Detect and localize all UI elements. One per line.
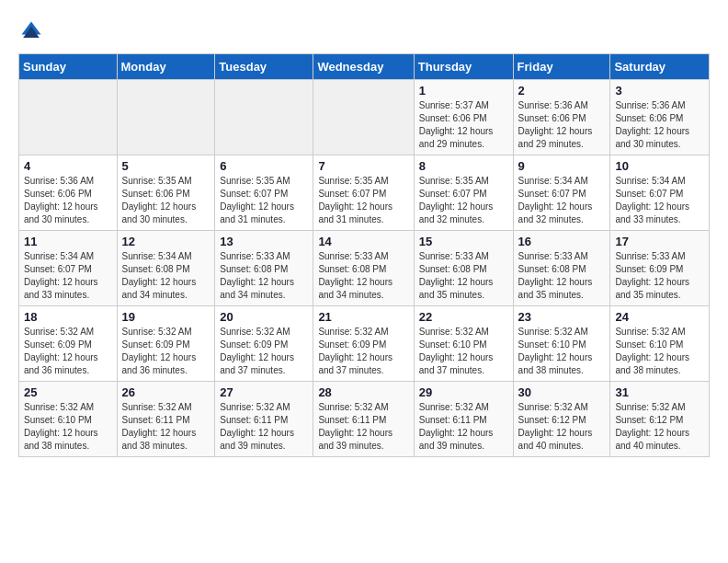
day-info: Sunrise: 5:32 AM Sunset: 6:12 PM Dayligh… (518, 401, 606, 453)
day-number: 16 (518, 235, 606, 248)
day-info: Sunrise: 5:34 AM Sunset: 6:07 PM Dayligh… (518, 175, 606, 226)
day-number: 5 (122, 159, 210, 173)
day-number: 17 (615, 235, 704, 248)
calendar-week-row: 1Sunrise: 5:37 AM Sunset: 6:06 PM Daylig… (19, 80, 710, 155)
calendar-cell: 10Sunrise: 5:34 AM Sunset: 6:07 PM Dayli… (610, 155, 710, 231)
page-header (18, 18, 710, 44)
day-info: Sunrise: 5:32 AM Sunset: 6:09 PM Dayligh… (220, 326, 308, 377)
calendar-cell: 19Sunrise: 5:32 AM Sunset: 6:09 PM Dayli… (117, 306, 215, 382)
day-number: 25 (24, 385, 112, 399)
calendar-cell: 21Sunrise: 5:32 AM Sunset: 6:09 PM Dayli… (313, 306, 414, 382)
day-number: 27 (220, 385, 308, 399)
day-number: 9 (518, 159, 606, 173)
day-info: Sunrise: 5:32 AM Sunset: 6:09 PM Dayligh… (24, 326, 112, 377)
calendar-week-row: 11Sunrise: 5:34 AM Sunset: 6:07 PM Dayli… (19, 231, 710, 306)
day-info: Sunrise: 5:33 AM Sunset: 6:08 PM Dayligh… (220, 250, 308, 302)
day-number: 26 (122, 385, 210, 399)
day-info: Sunrise: 5:35 AM Sunset: 6:07 PM Dayligh… (220, 175, 308, 226)
day-info: Sunrise: 5:34 AM Sunset: 6:08 PM Dayligh… (122, 250, 210, 302)
day-number: 29 (419, 385, 508, 399)
calendar-cell: 20Sunrise: 5:32 AM Sunset: 6:09 PM Dayli… (215, 306, 313, 382)
calendar-cell: 11Sunrise: 5:34 AM Sunset: 6:07 PM Dayli… (19, 231, 118, 306)
day-info: Sunrise: 5:32 AM Sunset: 6:10 PM Dayligh… (518, 326, 606, 377)
calendar-cell: 9Sunrise: 5:34 AM Sunset: 6:07 PM Daylig… (513, 155, 610, 231)
day-number: 18 (24, 310, 112, 324)
day-of-week-header: Wednesday (313, 54, 414, 80)
calendar-cell: 17Sunrise: 5:33 AM Sunset: 6:09 PM Dayli… (610, 231, 710, 306)
day-number: 19 (122, 310, 210, 324)
day-of-week-header: Saturday (610, 54, 710, 80)
day-info: Sunrise: 5:33 AM Sunset: 6:08 PM Dayligh… (419, 250, 508, 302)
day-info: Sunrise: 5:33 AM Sunset: 6:09 PM Dayligh… (615, 250, 704, 302)
day-info: Sunrise: 5:34 AM Sunset: 6:07 PM Dayligh… (24, 250, 112, 302)
day-of-week-header: Monday (117, 54, 215, 80)
day-info: Sunrise: 5:33 AM Sunset: 6:08 PM Dayligh… (518, 250, 606, 302)
calendar-cell: 8Sunrise: 5:35 AM Sunset: 6:07 PM Daylig… (414, 155, 513, 231)
day-info: Sunrise: 5:35 AM Sunset: 6:07 PM Dayligh… (318, 175, 408, 226)
calendar-cell: 22Sunrise: 5:32 AM Sunset: 6:10 PM Dayli… (414, 306, 513, 382)
day-number: 11 (24, 235, 112, 248)
day-number: 22 (419, 310, 508, 324)
day-info: Sunrise: 5:35 AM Sunset: 6:07 PM Dayligh… (419, 175, 508, 226)
calendar-cell: 30Sunrise: 5:32 AM Sunset: 6:12 PM Dayli… (513, 382, 610, 457)
calendar-cell: 31Sunrise: 5:32 AM Sunset: 6:12 PM Dayli… (610, 382, 710, 457)
calendar-cell: 15Sunrise: 5:33 AM Sunset: 6:08 PM Dayli… (414, 231, 513, 306)
calendar-cell: 18Sunrise: 5:32 AM Sunset: 6:09 PM Dayli… (19, 306, 118, 382)
day-info: Sunrise: 5:32 AM Sunset: 6:10 PM Dayligh… (615, 326, 704, 377)
day-number: 23 (518, 310, 606, 324)
day-info: Sunrise: 5:32 AM Sunset: 6:11 PM Dayligh… (220, 401, 308, 453)
day-info: Sunrise: 5:36 AM Sunset: 6:06 PM Dayligh… (518, 99, 606, 151)
logo-icon (18, 18, 44, 44)
day-info: Sunrise: 5:32 AM Sunset: 6:11 PM Dayligh… (419, 401, 508, 453)
day-number: 13 (220, 235, 308, 248)
day-info: Sunrise: 5:34 AM Sunset: 6:07 PM Dayligh… (615, 175, 704, 226)
calendar-cell: 24Sunrise: 5:32 AM Sunset: 6:10 PM Dayli… (610, 306, 710, 382)
calendar-cell: 23Sunrise: 5:32 AM Sunset: 6:10 PM Dayli… (513, 306, 610, 382)
calendar-cell: 26Sunrise: 5:32 AM Sunset: 6:11 PM Dayli… (117, 382, 215, 457)
calendar-cell: 5Sunrise: 5:35 AM Sunset: 6:06 PM Daylig… (117, 155, 215, 231)
day-number: 12 (122, 235, 210, 248)
day-info: Sunrise: 5:37 AM Sunset: 6:06 PM Dayligh… (419, 99, 508, 151)
calendar-cell (19, 80, 118, 155)
day-number: 14 (318, 235, 408, 248)
day-info: Sunrise: 5:32 AM Sunset: 6:10 PM Dayligh… (419, 326, 508, 377)
day-info: Sunrise: 5:32 AM Sunset: 6:11 PM Dayligh… (122, 401, 210, 453)
day-number: 24 (615, 310, 704, 324)
day-info: Sunrise: 5:32 AM Sunset: 6:11 PM Dayligh… (318, 401, 408, 453)
day-number: 15 (419, 235, 508, 248)
header-row: SundayMondayTuesdayWednesdayThursdayFrid… (19, 54, 710, 80)
calendar-cell: 12Sunrise: 5:34 AM Sunset: 6:08 PM Dayli… (117, 231, 215, 306)
day-info: Sunrise: 5:36 AM Sunset: 6:06 PM Dayligh… (24, 175, 112, 226)
day-number: 7 (318, 159, 408, 173)
calendar-cell: 25Sunrise: 5:32 AM Sunset: 6:10 PM Dayli… (19, 382, 118, 457)
calendar-week-row: 4Sunrise: 5:36 AM Sunset: 6:06 PM Daylig… (19, 155, 710, 231)
calendar-cell: 6Sunrise: 5:35 AM Sunset: 6:07 PM Daylig… (215, 155, 313, 231)
calendar-week-row: 18Sunrise: 5:32 AM Sunset: 6:09 PM Dayli… (19, 306, 710, 382)
day-of-week-header: Sunday (19, 54, 118, 80)
logo (18, 18, 48, 44)
calendar-cell: 13Sunrise: 5:33 AM Sunset: 6:08 PM Dayli… (215, 231, 313, 306)
day-number: 8 (419, 159, 508, 173)
day-of-week-header: Thursday (414, 54, 513, 80)
calendar-cell: 4Sunrise: 5:36 AM Sunset: 6:06 PM Daylig… (19, 155, 118, 231)
calendar-cell: 28Sunrise: 5:32 AM Sunset: 6:11 PM Dayli… (313, 382, 414, 457)
day-number: 3 (615, 84, 704, 98)
day-number: 20 (220, 310, 308, 324)
day-number: 31 (615, 385, 704, 399)
calendar-week-row: 25Sunrise: 5:32 AM Sunset: 6:10 PM Dayli… (19, 382, 710, 457)
calendar-cell (117, 80, 215, 155)
day-number: 30 (518, 385, 606, 399)
day-number: 4 (24, 159, 112, 173)
day-info: Sunrise: 5:32 AM Sunset: 6:09 PM Dayligh… (122, 326, 210, 377)
day-info: Sunrise: 5:32 AM Sunset: 6:09 PM Dayligh… (318, 326, 408, 377)
calendar-cell (313, 80, 414, 155)
day-of-week-header: Tuesday (215, 54, 313, 80)
calendar-cell (215, 80, 313, 155)
day-number: 2 (518, 84, 606, 98)
calendar-cell: 27Sunrise: 5:32 AM Sunset: 6:11 PM Dayli… (215, 382, 313, 457)
day-info: Sunrise: 5:33 AM Sunset: 6:08 PM Dayligh… (318, 250, 408, 302)
day-info: Sunrise: 5:32 AM Sunset: 6:12 PM Dayligh… (615, 401, 704, 453)
day-info: Sunrise: 5:35 AM Sunset: 6:06 PM Dayligh… (122, 175, 210, 226)
calendar-table: SundayMondayTuesdayWednesdayThursdayFrid… (18, 53, 710, 457)
day-info: Sunrise: 5:36 AM Sunset: 6:06 PM Dayligh… (615, 99, 704, 151)
